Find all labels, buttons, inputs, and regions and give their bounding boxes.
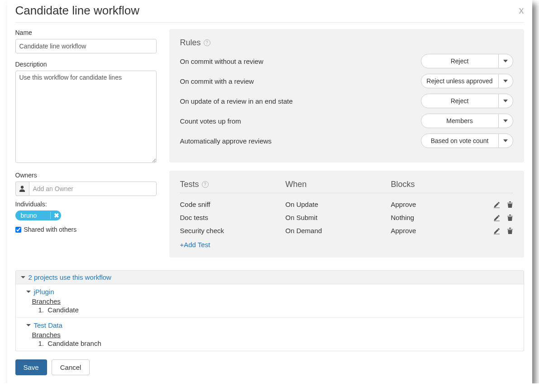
shared-label: Shared with others (24, 226, 77, 233)
rule-value[interactable]: Reject unless approved (421, 74, 499, 88)
help-icon[interactable]: ? (204, 39, 210, 46)
project-link[interactable]: Test Data (34, 321, 62, 329)
rule-dropdown[interactable]: Members (421, 114, 513, 128)
owner-chip-label: bruno (21, 212, 37, 219)
when-heading: When (286, 180, 307, 189)
chevron-down-icon[interactable] (499, 114, 513, 128)
tests-panel: Tests ? When Blocks Code sniff On Update… (169, 171, 524, 258)
test-blocks: Nothing (391, 214, 472, 221)
rule-value[interactable]: Reject (421, 94, 499, 108)
test-row: Doc tests On Submit Nothing (180, 211, 513, 224)
person-icon (15, 182, 29, 196)
page-title: Candidate line workflow (15, 4, 524, 22)
rule-dropdown[interactable]: Reject (421, 94, 513, 108)
chevron-down-icon[interactable] (499, 94, 513, 108)
svg-rect-1 (494, 220, 500, 221)
project-item: jPlugin Branches 1. Candidate (16, 284, 524, 318)
projects-body: jPlugin Branches 1. Candidate Test Data … (15, 284, 524, 351)
save-button[interactable]: Save (15, 359, 47, 375)
branch-entry: 1. Candidate branch (38, 339, 514, 347)
rule-row: Automatically approve reviews Based on v… (180, 134, 513, 148)
chevron-down-icon[interactable] (20, 275, 26, 280)
svg-rect-0 (494, 207, 500, 208)
rules-panel: Rules ? On commit without a review Rejec… (169, 29, 524, 163)
rule-value[interactable]: Based on vote count (421, 134, 499, 148)
blocks-heading: Blocks (391, 180, 415, 189)
rule-dropdown[interactable]: Reject unless approved (421, 74, 513, 88)
rule-value[interactable]: Members (421, 114, 499, 128)
description-label: Description (15, 61, 157, 68)
test-when: On Submit (286, 214, 386, 221)
rule-label: On commit without a review (180, 57, 263, 65)
owners-input[interactable] (29, 182, 157, 196)
projects-summary-link[interactable]: 2 projects use this workflow (29, 273, 111, 281)
edit-icon[interactable] (493, 227, 501, 234)
edit-icon[interactable] (493, 214, 501, 221)
rule-label: Count votes up from (180, 117, 241, 125)
project-item: Test Data Branches 1. Candidate branch (16, 318, 524, 351)
test-name: Code sniff (180, 201, 281, 208)
chevron-down-icon[interactable] (499, 54, 513, 68)
rule-row: On update of a review in an end state Re… (180, 94, 513, 108)
workflow-modal: x Candidate line workflow Name Descripti… (7, 0, 532, 383)
rule-dropdown[interactable]: Based on vote count (421, 134, 513, 148)
edit-icon[interactable] (493, 201, 501, 208)
name-input[interactable] (15, 39, 157, 53)
rule-label: Automatically approve reviews (180, 137, 272, 145)
close-icon[interactable]: x (519, 5, 524, 16)
rule-label: On update of a review in an end state (180, 97, 293, 105)
test-name: Security check (180, 227, 281, 234)
shared-checkbox[interactable] (15, 227, 21, 233)
svg-rect-2 (494, 234, 500, 234)
rule-label: On commit with a review (180, 77, 254, 85)
divider (15, 22, 524, 23)
chevron-down-icon[interactable] (499, 74, 513, 88)
description-textarea[interactable]: Use this workflow for candidate lines (15, 71, 157, 163)
test-blocks: Approve (391, 227, 472, 234)
test-row: Code sniff On Update Approve (180, 198, 513, 211)
chevron-down-icon[interactable] (26, 289, 31, 295)
projects-summary-bar[interactable]: 2 projects use this workflow (15, 270, 524, 284)
rule-row: Count votes up from Members (180, 114, 513, 128)
trash-icon[interactable] (507, 214, 513, 221)
add-test-link[interactable]: +Add Test (180, 241, 210, 249)
branches-label: Branches (32, 297, 514, 305)
tests-heading: Tests (180, 180, 199, 189)
trash-icon[interactable] (507, 227, 513, 234)
test-when: On Demand (286, 227, 386, 234)
branch-entry: 1. Candidate (38, 306, 514, 314)
chevron-down-icon[interactable] (26, 323, 31, 328)
test-when: On Update (286, 201, 386, 208)
test-row: Security check On Demand Approve (180, 224, 513, 237)
individuals-label: Individuals: (15, 201, 157, 208)
rule-value[interactable]: Reject (421, 54, 499, 68)
owner-chip[interactable]: bruno ✖ (15, 210, 62, 220)
rule-dropdown[interactable]: Reject (421, 54, 513, 68)
cancel-button[interactable]: Cancel (52, 359, 90, 375)
name-label: Name (15, 29, 157, 36)
rules-heading: Rules (180, 38, 201, 48)
help-icon[interactable]: ? (202, 181, 209, 188)
branches-label: Branches (32, 331, 514, 339)
remove-chip-icon[interactable]: ✖ (50, 212, 59, 219)
rule-row: On commit with a review Reject unless ap… (180, 74, 513, 88)
chevron-down-icon[interactable] (499, 134, 513, 148)
rule-row: On commit without a review Reject (180, 54, 513, 68)
project-link[interactable]: jPlugin (34, 288, 54, 296)
owners-label: Owners (15, 172, 157, 179)
trash-icon[interactable] (507, 201, 513, 208)
test-name: Doc tests (180, 214, 281, 221)
test-blocks: Approve (391, 201, 472, 208)
